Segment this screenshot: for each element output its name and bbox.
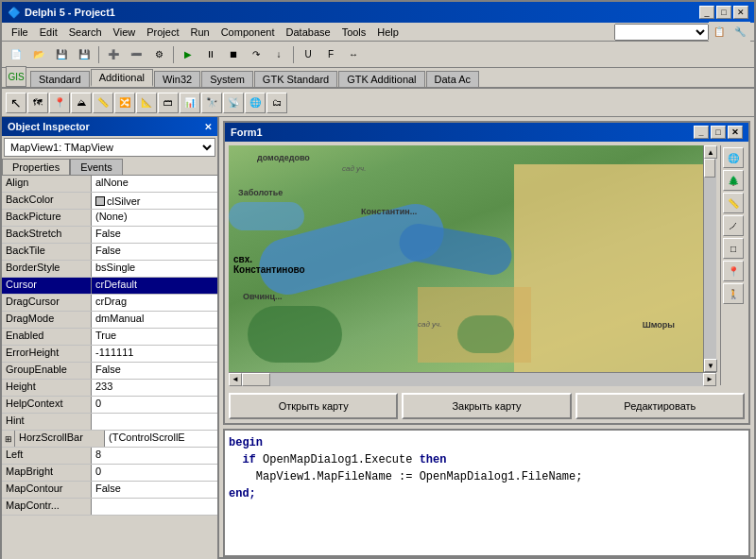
pause-button[interactable]: ⏸ <box>200 44 221 65</box>
comp-12[interactable]: 🗂 <box>266 93 287 113</box>
save-button[interactable]: 💾 <box>51 44 72 65</box>
menu-project[interactable]: Project <box>141 25 184 40</box>
edit-button[interactable]: Редактировать <box>576 393 745 419</box>
open-map-button[interactable]: Открыть карту <box>229 393 398 419</box>
toggle-button[interactable]: ↔ <box>343 44 364 65</box>
tab-data-ac[interactable]: Data Ac <box>426 71 480 87</box>
comp-9[interactable]: 🔭 <box>201 93 222 113</box>
prop-mapcontour-value[interactable]: False <box>92 482 217 498</box>
map-tool-pin[interactable]: 📍 <box>723 261 744 281</box>
prop-helpcontext-value[interactable]: 0 <box>92 397 217 413</box>
config-dropdown[interactable] <box>614 24 709 41</box>
prop-mapcontr-value[interactable] <box>92 499 217 515</box>
tab-gtk-additional[interactable]: GTK Additional <box>338 71 424 87</box>
prop-enabled-value[interactable]: True <box>92 329 217 345</box>
comp-8[interactable]: 📊 <box>180 93 200 113</box>
run-button[interactable]: ▶ <box>178 44 198 65</box>
remove-file-button[interactable]: ➖ <box>126 44 146 65</box>
open-button[interactable]: 📂 <box>28 44 49 65</box>
hscroll-thumb[interactable] <box>242 373 270 386</box>
close-map-button[interactable]: Закрыть карту <box>402 393 571 419</box>
prop-dragcursor-value[interactable]: crDrag <box>92 295 217 311</box>
oi-tab-events[interactable]: Events <box>70 159 123 175</box>
comp-10[interactable]: 📡 <box>223 93 244 113</box>
prop-mapbright-value[interactable]: 0 <box>92 465 217 481</box>
prop-borderstyle-value[interactable]: bsSingle <box>92 261 217 277</box>
prop-horzscrollbar-value[interactable]: (TControlScrollE <box>105 431 217 447</box>
prop-expand-horzscrollbar[interactable]: ⊞ <box>2 431 15 447</box>
menu-edit[interactable]: Edit <box>34 25 63 40</box>
form1-close[interactable]: ✕ <box>728 126 743 139</box>
pointer-tool[interactable]: ↖ <box>6 93 26 113</box>
prop-groupenable-value[interactable]: False <box>92 363 217 379</box>
close-button[interactable]: ✕ <box>733 6 748 19</box>
form-button[interactable]: F <box>320 44 341 65</box>
prop-mapcontour: MapContour False <box>2 482 217 499</box>
prop-cursor-value[interactable]: crDefault <box>92 278 217 294</box>
vscroll-up[interactable]: ▲ <box>704 145 717 159</box>
prop-align-value[interactable]: alNone <box>92 176 217 192</box>
tab-additional[interactable]: Additional <box>91 69 153 87</box>
step-into-button[interactable]: ↓ <box>268 44 289 65</box>
comp-2[interactable]: 📍 <box>49 93 70 113</box>
comp-3[interactable]: ⛰ <box>71 93 92 113</box>
map-tool-tree[interactable]: 🌲 <box>723 170 744 191</box>
prop-backcolor-value[interactable]: clSilver <box>92 193 217 209</box>
prop-backpicture-value[interactable]: (None) <box>92 210 217 226</box>
map-tool-line[interactable]: ⟋ <box>723 215 744 236</box>
code-editor[interactable]: begin if OpenMapDialog1.Execute then Map… <box>223 429 750 557</box>
map-tool-walk[interactable]: 🚶 <box>723 283 744 304</box>
tab-win32[interactable]: Win32 <box>154 71 200 87</box>
vscroll-thumb[interactable] <box>704 159 715 178</box>
menu-help[interactable]: Help <box>371 25 404 40</box>
prop-errorheight-value[interactable]: -111111 <box>92 346 217 362</box>
map-tool-measure[interactable]: 📏 <box>723 193 744 213</box>
prop-left-value[interactable]: 8 <box>92 448 217 464</box>
map-tool-area[interactable]: □ <box>723 238 744 259</box>
prop-backstretch-value[interactable]: False <box>92 227 217 243</box>
oi-component-selector[interactable]: MapView1: TMapView <box>4 138 215 157</box>
menu-tools[interactable]: Tools <box>336 25 372 40</box>
step-button[interactable]: ⏹ <box>223 44 244 65</box>
options-button[interactable]: ⚙ <box>148 44 169 65</box>
comp-4[interactable]: 📏 <box>93 93 113 113</box>
prop-groupenable-name: GroupEnable <box>2 363 92 379</box>
oi-close-button[interactable]: ✕ <box>204 122 212 132</box>
comp-1[interactable]: 🗺 <box>27 93 48 113</box>
prop-height-value[interactable]: 233 <box>92 380 217 396</box>
tab-gtk-standard[interactable]: GTK Standard <box>254 71 337 87</box>
unit-button[interactable]: U <box>298 44 318 65</box>
comp-11[interactable]: 🌐 <box>245 93 266 113</box>
config-btn2[interactable]: 🔧 <box>730 22 750 42</box>
menu-search[interactable]: Search <box>63 25 108 40</box>
config-btn1[interactable]: 📋 <box>709 22 730 42</box>
step-over-button[interactable]: ↷ <box>246 44 266 65</box>
menu-component[interactable]: Component <box>215 25 281 40</box>
menu-database[interactable]: Database <box>281 25 336 40</box>
add-file-button[interactable]: ➕ <box>103 44 124 65</box>
title-bar-left: 🔷 Delphi 5 - Project1 <box>8 7 115 19</box>
vscroll-down[interactable]: ▼ <box>704 359 717 372</box>
oi-tab-properties[interactable]: Properties <box>2 159 70 175</box>
new-button[interactable]: 📄 <box>6 44 26 65</box>
save-all-button[interactable]: 💾 <box>74 44 94 65</box>
menu-file[interactable]: File <box>6 25 34 40</box>
hscroll-left[interactable]: ◄ <box>229 373 242 386</box>
tab-system[interactable]: System <box>201 71 253 87</box>
hscroll-right[interactable]: ► <box>703 373 716 386</box>
map-canvas[interactable]: домодедово сад уч. Заболотье Константин.… <box>229 145 703 372</box>
comp-6[interactable]: 📐 <box>136 93 157 113</box>
tab-standard[interactable]: Standard <box>30 71 90 87</box>
prop-backtile-value[interactable]: False <box>92 244 217 260</box>
minimize-button[interactable]: _ <box>699 6 714 19</box>
prop-dragmode-value[interactable]: dmManual <box>92 312 217 328</box>
menu-view[interactable]: View <box>108 25 142 40</box>
comp-7[interactable]: 🗃 <box>158 93 179 113</box>
form1-minimize[interactable]: _ <box>694 126 709 139</box>
map-tool-globe[interactable]: 🌐 <box>723 147 744 168</box>
menu-run[interactable]: Run <box>184 25 215 40</box>
comp-5[interactable]: 🔀 <box>114 93 135 113</box>
form1-maximize[interactable]: □ <box>711 126 726 139</box>
prop-hint-value[interactable] <box>92 414 217 430</box>
maximize-button[interactable]: □ <box>716 6 731 19</box>
